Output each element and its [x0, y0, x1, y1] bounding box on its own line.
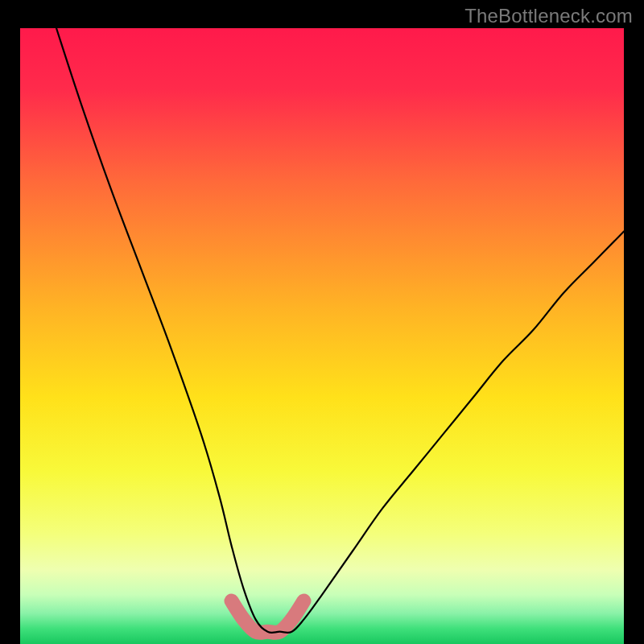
- curve-layer: [20, 28, 624, 644]
- attribution-text: TheBottleneck.com: [464, 5, 633, 27]
- bottleneck-curve: [56, 28, 624, 633]
- highlight-band: [232, 601, 304, 632]
- chart-frame: TheBottleneck.com: [0, 0, 644, 644]
- plot-area: [20, 28, 624, 644]
